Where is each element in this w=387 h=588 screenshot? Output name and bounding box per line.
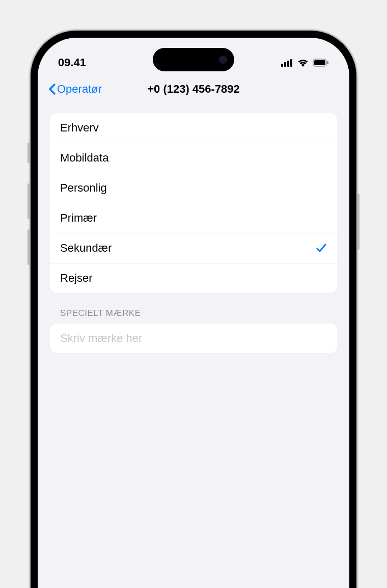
label-text: Rejser xyxy=(60,272,93,285)
phone-volume-down xyxy=(27,229,31,265)
svg-rect-5 xyxy=(314,60,325,65)
custom-label-input[interactable] xyxy=(60,332,327,345)
phone-side-button xyxy=(27,143,31,163)
label-text: Personlig xyxy=(60,181,107,195)
label-text: Erhverv xyxy=(60,121,99,135)
label-text: Sekundær xyxy=(60,242,112,255)
phone-power-button xyxy=(356,194,360,250)
svg-rect-2 xyxy=(287,61,289,67)
label-text: Mobildata xyxy=(60,151,108,165)
label-option-rejser[interactable]: Rejser xyxy=(50,263,337,293)
label-list: Erhverv Mobildata Personlig Primær Sekun… xyxy=(50,113,337,293)
dynamic-island xyxy=(153,48,234,71)
cellular-signal-icon xyxy=(281,59,293,67)
label-option-sekundaer[interactable]: Sekundær xyxy=(50,233,337,263)
nav-title: +0 (123) 456-7892 xyxy=(147,83,240,96)
status-icons xyxy=(281,59,329,67)
label-option-erhverv[interactable]: Erhverv xyxy=(50,113,337,143)
svg-rect-1 xyxy=(284,62,286,67)
svg-rect-0 xyxy=(281,64,283,67)
svg-rect-3 xyxy=(290,59,292,67)
status-time: 09.41 xyxy=(58,56,86,69)
nav-bar: Operatør +0 (123) 456-7892 xyxy=(38,73,349,103)
back-label: Operatør xyxy=(57,83,102,96)
label-option-personlig[interactable]: Personlig xyxy=(50,173,337,203)
phone-volume-up xyxy=(27,183,31,219)
label-option-mobildata[interactable]: Mobildata xyxy=(50,143,337,173)
phone-frame: 09.41 xyxy=(31,31,356,588)
battery-icon xyxy=(313,59,329,67)
content: Erhverv Mobildata Personlig Primær Sekun… xyxy=(38,103,349,363)
back-button[interactable]: Operatør xyxy=(48,83,102,96)
chevron-left-icon xyxy=(48,83,56,95)
screen: 09.41 xyxy=(38,38,349,588)
wifi-icon xyxy=(297,59,309,67)
label-text: Primær xyxy=(60,211,97,225)
svg-rect-6 xyxy=(327,61,329,64)
checkmark-icon xyxy=(316,243,327,254)
label-option-primaer[interactable]: Primær xyxy=(50,203,337,233)
custom-label-header: Specielt mærke xyxy=(50,293,337,324)
custom-label-group xyxy=(50,324,337,353)
